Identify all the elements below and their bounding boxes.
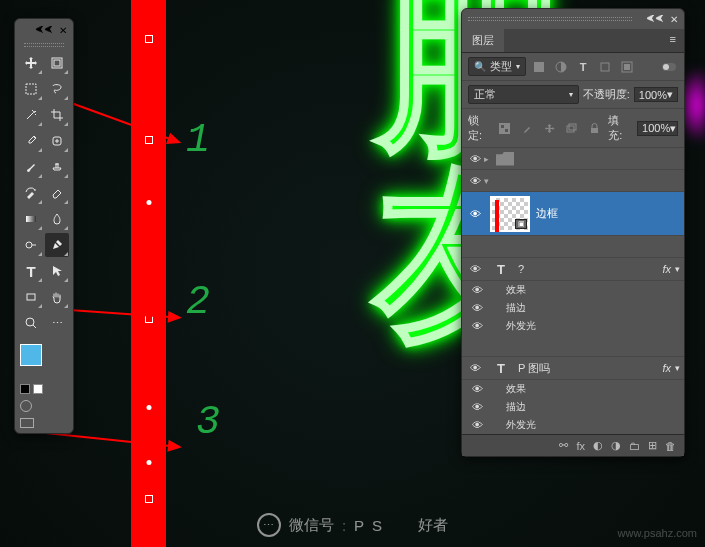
effect-row[interactable]: 👁描边 — [462, 398, 684, 416]
visibility-icon[interactable]: 👁 — [466, 362, 484, 374]
filter-shape-icon[interactable] — [596, 59, 614, 75]
svg-rect-2 — [26, 84, 36, 94]
visibility-icon[interactable]: 👁 — [468, 401, 486, 413]
collapse-icon[interactable]: ⮜⮜ — [35, 25, 53, 35]
close-icon[interactable]: ✕ — [670, 14, 678, 25]
layer-row-border[interactable]: 👁 ▣ 边框 — [462, 192, 684, 236]
pen-tool[interactable] — [45, 233, 69, 257]
panel-menu-icon[interactable]: ≡ — [662, 29, 684, 52]
rect-marquee-tool[interactable] — [19, 77, 43, 101]
visibility-icon[interactable]: 👁 — [468, 302, 486, 314]
default-colors[interactable] — [20, 384, 30, 394]
blend-mode-dropdown[interactable]: 正常 ▾ — [468, 85, 579, 104]
lock-all-icon[interactable] — [586, 120, 602, 136]
edit-toolbar[interactable]: ⋯ — [45, 311, 69, 335]
foreground-color[interactable] — [20, 344, 42, 366]
effect-row[interactable]: 👁效果 — [462, 380, 684, 398]
opacity-field[interactable]: 100% ▾ — [634, 87, 678, 102]
filter-adjust-icon[interactable] — [552, 59, 570, 75]
chevron-down-icon[interactable]: ▾ — [484, 176, 496, 186]
filter-toggle[interactable] — [660, 59, 678, 75]
clone-stamp-tool[interactable] — [45, 155, 69, 179]
layer-row-parent[interactable]: 👁 ▾ — [462, 170, 684, 192]
red-shape-layer[interactable] — [131, 0, 166, 547]
layer-row-text1[interactable]: 👁 T ? fx ▾ — [462, 258, 684, 281]
panel-grip[interactable] — [468, 17, 632, 21]
visibility-icon[interactable]: 👁 — [468, 284, 486, 296]
filter-kind-dropdown[interactable]: 🔍 类型 ▾ — [468, 57, 526, 76]
collapse-icon[interactable]: ⮜⮜ — [646, 14, 664, 24]
filter-smart-icon[interactable] — [618, 59, 636, 75]
dodge-tool[interactable] — [19, 233, 43, 257]
layer-name[interactable]: 边框 — [536, 206, 558, 221]
delete-layer-icon[interactable]: 🗑 — [665, 440, 676, 452]
fill-field[interactable]: 100% ▾ — [637, 121, 678, 136]
screen-mode-icon[interactable] — [20, 418, 34, 428]
toolbox-header[interactable]: ⮜⮜ ✕ — [15, 19, 73, 41]
layer-thumbnail[interactable]: ▣ — [490, 196, 530, 232]
tab-layers[interactable]: 图层 — [462, 29, 504, 52]
transform-handle[interactable] — [145, 35, 153, 43]
fx-badge[interactable]: fx — [662, 362, 671, 374]
hand-tool[interactable] — [45, 285, 69, 309]
layer-style-icon[interactable]: fx — [576, 440, 585, 452]
chevron-right-icon[interactable]: ▸ — [484, 154, 496, 164]
filter-type-icon[interactable]: T — [574, 59, 592, 75]
path-anchor[interactable] — [146, 460, 151, 465]
brush-tool[interactable] — [19, 155, 43, 179]
panel-header[interactable]: ⮜⮜ ✕ — [462, 9, 684, 29]
crop-tool[interactable] — [45, 103, 69, 127]
path-select-tool[interactable] — [45, 259, 69, 283]
layer-mask-icon[interactable]: ◐ — [593, 439, 603, 452]
zoom-tool[interactable] — [19, 311, 43, 335]
filter-row: 🔍 类型 ▾ T — [462, 53, 684, 81]
rectangle-tool[interactable] — [19, 285, 43, 309]
visibility-icon[interactable]: 👁 — [466, 175, 484, 187]
visibility-icon[interactable]: 👁 — [466, 263, 484, 275]
path-anchor[interactable] — [146, 200, 151, 205]
eyedropper-tool[interactable] — [19, 129, 43, 153]
new-layer-icon[interactable]: ⊞ — [648, 439, 657, 452]
layer-name[interactable]: P 图吗 — [518, 361, 550, 376]
fx-badge[interactable]: fx — [662, 263, 671, 275]
history-brush-tool[interactable] — [19, 181, 43, 205]
visibility-icon[interactable]: 👁 — [468, 383, 486, 395]
quick-mask-icon[interactable] — [20, 400, 32, 412]
blur-tool[interactable] — [45, 207, 69, 231]
chevron-down-icon[interactable]: ▾ — [675, 264, 680, 274]
close-icon[interactable]: ✕ — [59, 25, 67, 36]
effect-row[interactable]: 👁描边 — [462, 299, 684, 317]
adjustment-icon[interactable]: ◑ — [611, 439, 621, 452]
effect-label: 描边 — [506, 301, 526, 315]
visibility-icon[interactable]: 👁 — [466, 208, 484, 220]
type-tool[interactable]: T — [19, 259, 43, 283]
gradient-tool[interactable] — [19, 207, 43, 231]
transform-handle[interactable] — [145, 495, 153, 503]
effect-row[interactable]: 👁外发光 — [462, 317, 684, 335]
lock-pos-icon[interactable] — [541, 120, 557, 136]
artboard-tool[interactable] — [45, 51, 69, 75]
layer-name[interactable]: ? — [518, 263, 524, 275]
lock-paint-icon[interactable] — [519, 120, 535, 136]
visibility-icon[interactable]: 👁 — [468, 320, 486, 332]
move-tool[interactable] — [19, 51, 43, 75]
swap-colors[interactable] — [33, 384, 43, 394]
layer-row-text2[interactable]: 👁 T P 图吗 fx ▾ — [462, 357, 684, 380]
new-group-icon[interactable]: 🗀 — [629, 440, 640, 452]
chevron-down-icon[interactable]: ▾ — [675, 363, 680, 373]
effect-row[interactable]: 👁效果 — [462, 281, 684, 299]
transform-handle[interactable] — [145, 136, 153, 144]
magic-wand-tool[interactable] — [19, 103, 43, 127]
layer-row-group[interactable]: 👁 ▸ — [462, 148, 684, 170]
lock-trans-icon[interactable] — [497, 120, 513, 136]
lasso-tool[interactable] — [45, 77, 69, 101]
eraser-tool[interactable] — [45, 181, 69, 205]
spot-heal-tool[interactable] — [45, 129, 69, 153]
filter-pixel-icon[interactable] — [530, 59, 548, 75]
visibility-icon[interactable]: 👁 — [466, 153, 484, 165]
link-layers-icon[interactable]: ⚯ — [559, 439, 568, 452]
path-anchor[interactable] — [146, 405, 151, 410]
lock-nest-icon[interactable] — [564, 120, 580, 136]
visibility-icon[interactable]: 👁 — [468, 419, 486, 431]
effect-row[interactable]: 👁外发光 — [462, 416, 684, 434]
